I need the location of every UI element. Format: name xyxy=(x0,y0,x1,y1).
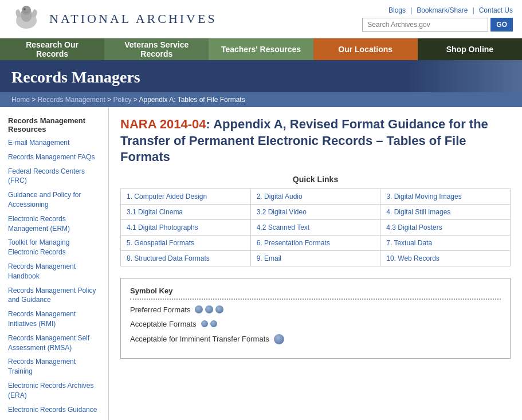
dot-acceptable-1 xyxy=(201,320,208,327)
imminent-formats-label: Acceptable for Imminent Transfer Formats xyxy=(130,335,269,343)
dot-imminent-1 xyxy=(274,334,284,344)
sidebar-section-title: Records Management Resources xyxy=(0,113,108,136)
breadcrumb-policy[interactable]: Policy xyxy=(113,96,131,104)
header-links: Blogs | Bookmark/Share | Contact Us xyxy=(388,6,513,14)
breadcrumb-current: Appendix A: Tables of File Formats xyxy=(139,96,245,104)
sidebar-rmi[interactable]: Records Management Initiatives (RMI) xyxy=(0,307,108,331)
divider2: | xyxy=(473,6,474,14)
symbol-key-title: Symbol Key xyxy=(130,286,501,300)
breadcrumb-home[interactable]: Home xyxy=(11,96,30,104)
quick-link-43[interactable]: 4.3 Digital Posters xyxy=(380,219,511,235)
preferred-formats-row: Preferred Formats xyxy=(130,305,501,314)
sidebar: Records Management Resources E-mail Mana… xyxy=(0,107,109,420)
quick-links-heading: Quick Links xyxy=(120,175,511,184)
sidebar-er-guidance[interactable]: Electronic Records Guidance xyxy=(0,403,108,417)
dot-preferred-1 xyxy=(195,305,203,313)
sidebar-rm-training[interactable]: Records Management Training xyxy=(0,355,108,379)
acceptable-formats-label: Acceptable Formats xyxy=(130,320,197,328)
article-id-link[interactable]: NARA 2014-04 xyxy=(120,117,206,131)
quick-link-31[interactable]: 3.1 Digital Cinema xyxy=(121,204,251,219)
quick-link-3[interactable]: 3. Digital Moving Images xyxy=(380,189,511,204)
sidebar-rm-policy[interactable]: Records Management Policy and Guidance xyxy=(0,284,108,308)
page-banner-image xyxy=(407,60,522,92)
svg-point-3 xyxy=(23,8,26,10)
quick-link-2[interactable]: 2. Digital Audio xyxy=(250,189,380,204)
quick-link-6[interactable]: 6. Presentation Formats xyxy=(250,235,380,250)
quick-link-7[interactable]: 7. Textual Data xyxy=(380,235,511,250)
logo-area: NATIONAL ARCHIVES xyxy=(9,5,217,33)
quick-link-41[interactable]: 4.1 Digital Photographs xyxy=(121,219,251,235)
breadcrumb-sep2: > xyxy=(107,96,113,104)
sidebar-erm[interactable]: Electronic Records Management (ERM) xyxy=(0,212,108,236)
quick-link-32[interactable]: 3.2 Digital Video xyxy=(250,204,380,219)
table-row: 4.1 Digital Photographs 4.2 Scanned Text… xyxy=(121,219,511,235)
quick-links-table: 1. Computer Aided Design 2. Digital Audi… xyxy=(120,189,511,266)
quick-link-4[interactable]: 4. Digital Still Images xyxy=(380,204,511,219)
search-button[interactable]: GO xyxy=(490,18,513,32)
sidebar-era[interactable]: Electronic Records Archives (ERA) xyxy=(0,379,108,403)
nav-teachers[interactable]: Teachers' Resources xyxy=(209,38,313,60)
nav-shop[interactable]: Shop Online xyxy=(418,38,522,60)
contact-link[interactable]: Contact Us xyxy=(479,6,513,14)
nav-research[interactable]: Research Our Records xyxy=(0,38,104,60)
breadcrumb-sep1: > xyxy=(32,96,37,104)
imminent-formats-row: Acceptable for Imminent Transfer Formats xyxy=(130,334,501,344)
sidebar-rm-faqs[interactable]: Records Management FAQs xyxy=(0,150,108,164)
sidebar-laws[interactable]: Basic Laws & Authorities xyxy=(0,417,108,420)
svg-point-2 xyxy=(22,6,31,15)
table-row: 5. Geospatial Formats 6. Presentation Fo… xyxy=(121,235,511,250)
acceptable-formats-row: Acceptable Formats xyxy=(130,320,501,328)
sidebar-frc[interactable]: Federal Records Centers (FRC) xyxy=(0,164,108,189)
dot-preferred-3 xyxy=(215,305,223,313)
quick-link-8[interactable]: 8. Structured Data Formats xyxy=(121,250,251,266)
nav-veterans[interactable]: Veterans Service Records xyxy=(104,38,209,60)
page-banner: Records Managers xyxy=(0,60,522,92)
sidebar-toolkit[interactable]: Toolkit for Managing Electronic Records xyxy=(0,235,108,260)
acceptable-dots xyxy=(201,320,217,327)
dot-acceptable-2 xyxy=(210,320,217,327)
search-input[interactable] xyxy=(362,18,488,32)
divider1: | xyxy=(410,6,412,14)
main-content: NARA 2014-04: Appendix A, Revised Format… xyxy=(109,107,522,420)
preferred-formats-label: Preferred Formats xyxy=(130,305,190,314)
header-right: Blogs | Bookmark/Share | Contact Us GO xyxy=(362,6,513,32)
search-area: GO xyxy=(362,18,513,32)
table-row: 3.1 Digital Cinema 3.2 Digital Video 4. … xyxy=(121,204,511,219)
logo-text: NATIONAL ARCHIVES xyxy=(49,11,217,26)
symbol-key-box: Symbol Key Preferred Formats Acceptable … xyxy=(120,278,511,359)
sidebar-rm-handbook[interactable]: Records Management Handbook xyxy=(0,260,108,284)
article-title: NARA 2014-04: Appendix A, Revised Format… xyxy=(120,116,511,166)
layout: Records Management Resources E-mail Mana… xyxy=(0,107,522,420)
imminent-dots xyxy=(274,334,284,344)
header: NATIONAL ARCHIVES Blogs | Bookmark/Share… xyxy=(0,0,522,38)
breadcrumb-records-mgmt[interactable]: Records Management xyxy=(38,96,105,104)
table-row: 8. Structured Data Formats 9. Email 10. … xyxy=(121,250,511,266)
sidebar-guidance-accessioning[interactable]: Guidance and Policy for Accessioning xyxy=(0,188,108,212)
breadcrumb: Home > Records Management > Policy > App… xyxy=(0,92,522,107)
quick-link-42[interactable]: 4.2 Scanned Text xyxy=(250,219,380,235)
bookmark-link[interactable]: Bookmark/Share xyxy=(417,6,468,14)
sidebar-rmsa[interactable]: Records Management Self Assessment (RMSA… xyxy=(0,331,108,355)
blogs-link[interactable]: Blogs xyxy=(388,6,406,14)
eagle-logo xyxy=(9,5,44,33)
main-nav: Research Our Records Veterans Service Re… xyxy=(0,38,522,60)
quick-link-9[interactable]: 9. Email xyxy=(250,250,380,266)
sidebar-email-mgmt[interactable]: E-mail Management xyxy=(0,136,108,150)
preferred-dots xyxy=(195,305,223,313)
nav-locations[interactable]: Our Locations xyxy=(313,38,418,60)
table-row: 1. Computer Aided Design 2. Digital Audi… xyxy=(121,189,511,204)
dot-preferred-2 xyxy=(205,305,213,313)
quick-links-section: Quick Links 1. Computer Aided Design 2. … xyxy=(120,175,511,266)
quick-link-10[interactable]: 10. Web Records xyxy=(380,250,511,266)
quick-link-1[interactable]: 1. Computer Aided Design xyxy=(121,189,251,204)
breadcrumb-sep3: > xyxy=(134,96,139,104)
quick-link-5[interactable]: 5. Geospatial Formats xyxy=(121,235,251,250)
